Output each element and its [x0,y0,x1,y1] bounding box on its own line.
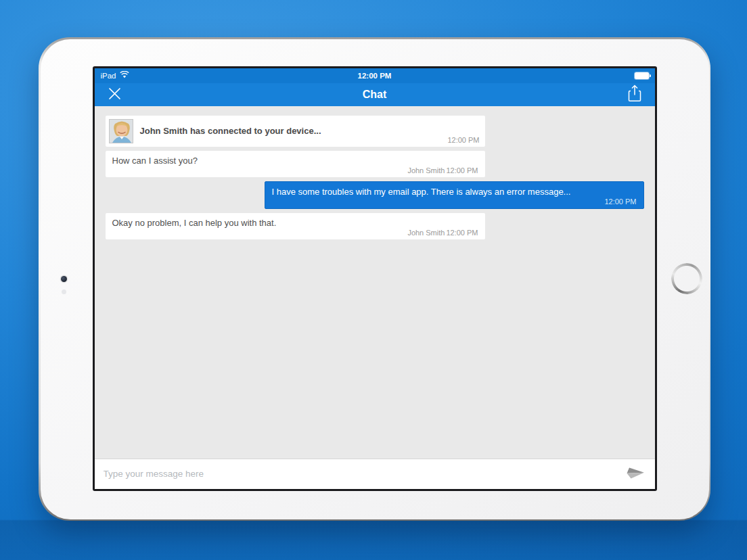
status-bar: iPad 12:00 PM [95,68,655,83]
close-button[interactable] [108,87,121,102]
light-sensor-icon [62,289,66,294]
message-timestamp: 12:00 PM [446,166,478,174]
front-camera-icon [61,276,67,282]
battery-icon [635,72,649,79]
message-composer [95,459,655,489]
status-time: 12:00 PM [95,72,655,80]
send-button[interactable] [625,467,646,482]
message-sender: John Smith [407,166,445,174]
message-text: How can I assist you? [112,156,478,166]
message-timestamp: 12:00 PM [446,229,478,237]
system-message: John Smith has connected to your device.… [106,116,485,147]
share-icon [628,85,641,104]
message-timestamp: 12:00 PM [604,197,636,206]
incoming-message: Okay no problem, I can help you with tha… [106,213,485,239]
chat-nav-bar: Chat [95,83,655,106]
page-title: Chat [95,89,655,101]
ipad-screen: iPad 12:00 PM [93,66,657,491]
share-button[interactable] [628,85,641,104]
close-icon [108,87,121,102]
message-sender: John Smith [407,229,445,237]
outgoing-message: I have some troubles with my email app. … [265,181,644,209]
system-message-text: John Smith has connected to your device.… [140,126,321,136]
john-smith-avatar [109,119,133,143]
ipad-device-frame: iPad 12:00 PM [39,37,710,521]
home-button[interactable] [671,263,702,294]
chat-message-list: John Smith has connected to your device.… [95,106,655,459]
message-text: I have some troubles with my email app. … [272,187,637,197]
message-timestamp: 12:00 PM [447,136,479,144]
send-icon [626,467,645,482]
ipad-body: iPad 12:00 PM [41,39,709,519]
incoming-message: How can I assist you? John Smith 12:00 P… [106,151,485,177]
message-text: Okay no problem, I can help you with tha… [112,218,478,228]
message-input[interactable] [104,469,625,479]
